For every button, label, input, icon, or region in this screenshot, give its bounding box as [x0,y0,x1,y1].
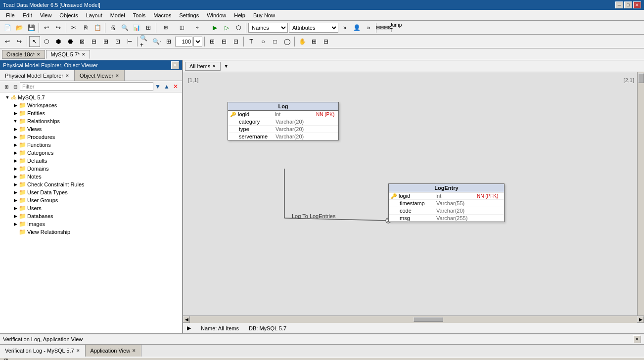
close-canvas-tab[interactable]: ✕ [212,64,216,69]
entities-toggle[interactable]: ▶ [12,110,19,117]
menu-buynow[interactable]: Buy Now [249,11,279,19]
canvas-content[interactable]: [1,1] [2,1] Log 🔑 logid Int NN (PK) [183,72,644,315]
copy-btn[interactable]: ⎘ [80,22,91,33]
zoom-in-btn[interactable]: 🔍+ [139,36,150,47]
minimize-button[interactable]: ─ [615,1,623,8]
tree-item-users[interactable]: ▶ 📁 Users [1,204,181,212]
tab-application-view[interactable]: Application View ✕ [86,345,142,357]
tree-item-defaults[interactable]: ▶ 📁 Defaults [1,157,181,165]
jumpt-btn[interactable]: Jump T [390,22,401,33]
tree-item-notes[interactable]: ▶ 📁 Notes [1,173,181,180]
workspaces-toggle[interactable]: ▶ [12,102,19,109]
tree-root[interactable]: ▼ 🖧 MySQL 5.7 [1,93,181,101]
close-ov-tab[interactable]: ✕ [115,73,119,78]
functions-toggle[interactable]: ▶ [12,141,19,148]
bottom-panel-close-btn[interactable]: ✕ [633,335,641,343]
cut-btn[interactable]: ✂ [68,22,79,33]
tree-item-checkconstraints[interactable]: ▶ 📁 Check Constraint Rules [1,180,181,188]
tree-item-images[interactable]: ▶ 📁 Images [1,220,181,228]
db-toggle[interactable]: ▶ [12,213,19,220]
menu-layout[interactable]: Layout [82,11,106,19]
menu-window[interactable]: Window [203,11,230,19]
filter-clear-btn[interactable]: ✕ [171,82,180,91]
nav2-btn[interactable]: ⊟ [321,36,331,47]
tree-item-relationships[interactable]: ▼ 📁 Relationships [1,117,181,125]
categories-toggle[interactable]: ▶ [12,149,19,156]
tool3-btn[interactable]: ⬣ [65,36,76,47]
undo-btn[interactable]: ↩ [41,22,52,33]
tree-item-procedures[interactable]: ▶ 📁 Procedures [1,133,181,141]
canvas-scrollbar-v[interactable] [637,72,644,315]
debug2-btn[interactable]: ⬡ [233,22,244,33]
tree-item-categories[interactable]: ▶ 📁 Categories [1,149,181,157]
tab-physical-explorer[interactable]: Physical Model Explorer ✕ [0,70,75,81]
scroll-left-btn[interactable]: ◀ [183,316,190,323]
hand-btn[interactable]: ✋ [297,36,308,47]
zoom-out-btn[interactable]: 🔍- [151,36,162,47]
save-btn[interactable]: 💾 [26,22,37,33]
tree-item-viewrelationship[interactable]: ▶ 📁 View Relationship [1,228,181,236]
close-pme-tab[interactable]: ✕ [65,73,69,78]
tab-object-viewer[interactable]: Object Viewer ✕ [75,70,125,81]
print-btn[interactable]: 🖨 [107,22,118,33]
more2-btn[interactable]: ⊞⊞⊞⊞ [378,22,389,33]
menu-settings[interactable]: Settings [175,11,203,19]
notes-toggle[interactable]: ▶ [12,173,19,180]
root-toggle[interactable]: ▼ [4,94,11,101]
menu-help[interactable]: Help [230,11,249,19]
relationships-toggle[interactable]: ▼ [12,118,19,125]
tool4-btn[interactable]: ⊠ [77,36,88,47]
tree-item-views[interactable]: ▶ 📁 Views [1,125,181,133]
tab-mysql[interactable]: MySQL 5.7* ✕ [46,50,90,59]
tree-item-workspaces[interactable]: ▶ 📁 Workspaces [1,101,181,109]
settings2-btn[interactable]: » [363,22,374,33]
tool1-btn[interactable]: ⬡ [41,36,52,47]
ellipse-btn[interactable]: ◯ [281,36,292,47]
menu-edit[interactable]: Edit [19,11,36,19]
names-dropdown[interactable]: Names [248,23,288,33]
filter-up-btn[interactable]: ▲ [162,82,171,91]
debug-btn[interactable]: ▷ [221,22,232,33]
procedures-toggle[interactable]: ▶ [12,134,19,140]
menu-objects[interactable]: Objects [55,11,82,19]
canvas-tab-allitems[interactable]: All Items ✕ [185,62,221,71]
canvas-hscrollbar[interactable] [190,316,637,323]
close-mysql-tab[interactable]: ✕ [82,52,86,57]
layout-btn[interactable]: ⊞ [143,22,154,33]
collapse-btn[interactable]: ⊟ [11,82,20,91]
tool5-btn[interactable]: ⊟ [89,36,99,47]
canvas-tab-btn[interactable]: ▼ [222,62,230,71]
view-btn[interactable]: ◫ [174,22,189,33]
menu-view[interactable]: View [36,11,56,19]
close-oracle-tab[interactable]: ✕ [37,52,41,57]
users-toggle[interactable]: ▶ [12,205,19,212]
user-btn[interactable]: 👤 [351,22,362,33]
tool8-btn[interactable]: ⊢ [124,36,135,47]
tree-item-userdatatypes[interactable]: ▶ 📁 User Data Types [1,188,181,196]
close-button[interactable]: ✕ [633,1,641,8]
views-toggle[interactable]: ▶ [12,126,19,133]
udt-toggle[interactable]: ▶ [12,189,19,196]
rel-btn[interactable]: ⌖ [190,22,205,33]
zoom-input[interactable] [175,37,192,46]
rect-btn[interactable]: □ [270,36,280,47]
tool7-btn[interactable]: ⊡ [112,36,123,47]
cc-toggle[interactable]: ▶ [12,181,19,188]
tree-item-domains[interactable]: ▶ 📁 Domains [1,165,181,173]
zoom-btn[interactable]: 🔍 [119,22,130,33]
paste-btn[interactable]: 📋 [92,22,103,33]
entity-btn[interactable]: ⊞ [158,22,173,33]
undo2-btn[interactable]: ↩ [2,36,13,47]
tab-oracle[interactable]: Oracle 18c* ✕ [2,50,45,59]
menu-macros[interactable]: Macros [149,11,175,19]
tree-item-entities[interactable]: ▶ 📁 Entities [1,109,181,117]
defaults-toggle[interactable]: ▶ [12,157,19,164]
table-logentry[interactable]: LogEntry 🔑 logid Int NN (PFK) timestamp … [388,183,505,222]
maximize-button[interactable]: □ [624,1,632,8]
cursor-btn[interactable]: ↖ [29,36,40,47]
tool2-btn[interactable]: ⬢ [53,36,64,47]
attributes-dropdown[interactable]: Attributes [289,23,338,33]
table-log[interactable]: Log 🔑 logid Int NN (PK) category Varchar… [228,102,339,140]
grid-btn[interactable]: ⊞ [207,36,218,47]
align-btn[interactable]: ⊡ [230,36,241,47]
